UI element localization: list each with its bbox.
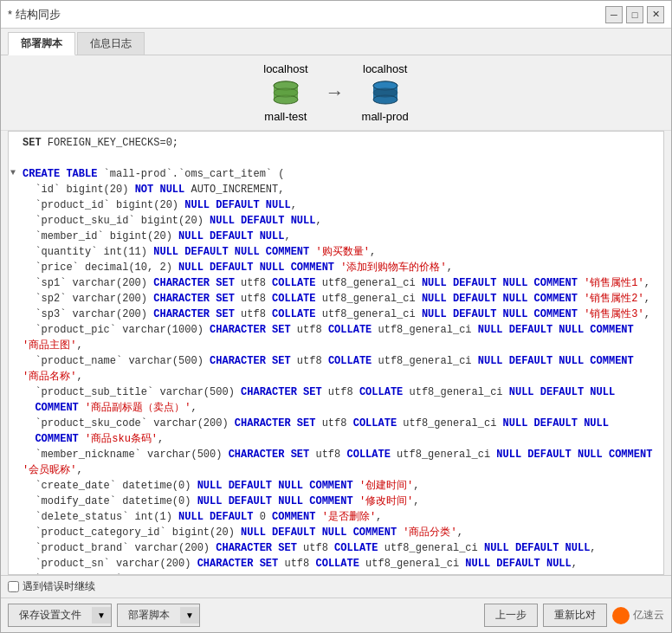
logo-icon [612, 607, 630, 624]
save-settings-button[interactable]: 保存设置文件 [9, 604, 92, 626]
deploy-script-dropdown[interactable]: ▼ [180, 607, 199, 623]
window-title: * 结构同步 [8, 7, 605, 23]
logo-area: 亿速云 [612, 607, 664, 624]
close-button[interactable]: ✕ [647, 6, 664, 23]
code-editor[interactable]: SET FOREIGN_KEY_CHECKS=0; ▼ CREATE TABLE… [8, 131, 664, 575]
flow-arrow: → [326, 81, 345, 104]
target-db-host: localhost [363, 62, 407, 75]
svg-point-4 [274, 88, 298, 97]
save-settings-dropdown[interactable]: ▼ [92, 607, 111, 623]
window-controls: ─ □ ✕ [605, 6, 664, 23]
prev-step-button[interactable]: 上一步 [484, 604, 538, 627]
logo-text: 亿速云 [633, 608, 664, 623]
error-continue-row: 遇到错误时继续 [8, 579, 95, 594]
action-bar: 保存设置文件 ▼ 部署脚本 ▼ 上一步 重新比对 亿速云 [1, 597, 671, 632]
svg-point-9 [373, 88, 397, 97]
minimize-button[interactable]: ─ [605, 6, 623, 23]
source-db-icon [270, 77, 301, 108]
error-continue-checkbox[interactable] [8, 581, 19, 592]
source-db: localhost mall-test [263, 62, 307, 123]
source-db-host: localhost [263, 62, 307, 75]
bottom-bar: 遇到错误时继续 [1, 575, 671, 597]
recompare-button[interactable]: 重新比对 [543, 604, 607, 627]
target-db-name: mall-prod [362, 110, 409, 123]
deploy-script-button[interactable]: 部署脚本 [118, 604, 180, 626]
db-flow-toolbar: localhost mall-test → localhost [1, 55, 671, 131]
code-wrapper: SET FOREIGN_KEY_CHECKS=0; ▼ CREATE TABLE… [1, 131, 671, 575]
deploy-script-group: 部署脚本 ▼ [117, 604, 200, 627]
main-window: * 结构同步 ─ □ ✕ 部署脚本 信息日志 localhost mall-te… [0, 0, 672, 633]
tab-deploy-script[interactable]: 部署脚本 [8, 32, 75, 55]
maximize-button[interactable]: □ [626, 6, 643, 23]
target-db: localhost mall-prod [362, 62, 409, 123]
tab-bar: 部署脚本 信息日志 [1, 29, 671, 55]
tab-info-log[interactable]: 信息日志 [77, 32, 145, 55]
title-bar: * 结构同步 ─ □ ✕ [1, 1, 671, 29]
db-flow: localhost mall-test → localhost [263, 62, 409, 123]
save-settings-group: 保存设置文件 ▼ [8, 604, 112, 627]
target-db-icon [370, 77, 401, 108]
error-continue-label: 遇到错误时继续 [23, 579, 95, 594]
source-db-name: mall-test [264, 110, 307, 123]
